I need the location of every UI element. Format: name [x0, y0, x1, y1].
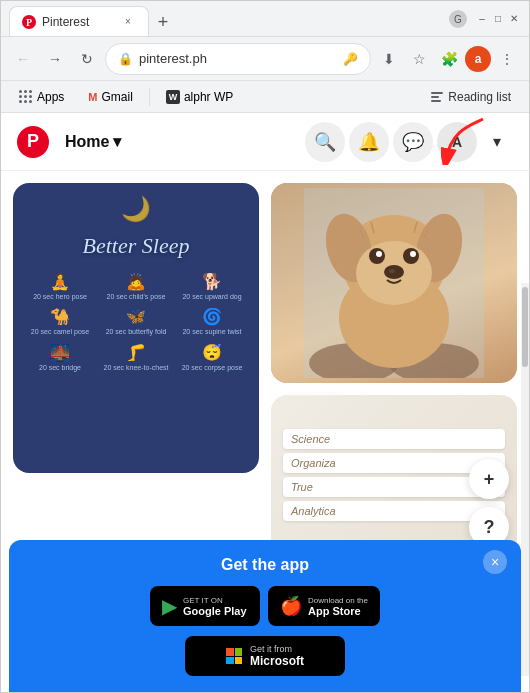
app-store-text: Download on the App Store: [308, 596, 368, 617]
title-bar: P Pinterest × + G – □ ✕: [1, 1, 529, 37]
notifications-button[interactable]: 🔔: [349, 122, 389, 162]
banner-title: Get the app: [29, 556, 501, 574]
alphrf-icon: W: [166, 90, 180, 104]
reading-list-icon: [430, 90, 444, 104]
pose-hero-label: 20 sec hero pose: [33, 293, 87, 301]
window-controls: – □ ✕: [475, 12, 521, 26]
reading-list-button[interactable]: Reading list: [422, 86, 519, 108]
pinterest-header: P Home ▾ 🔍 🔔 💬 A: [1, 113, 529, 171]
apps-bookmark[interactable]: Apps: [11, 86, 72, 108]
google-play-icon: ▶: [162, 594, 177, 618]
account-chevron-icon: ▾: [493, 132, 501, 151]
gmail-label: Gmail: [102, 90, 133, 104]
forward-button[interactable]: →: [41, 45, 69, 73]
bell-icon: 🔔: [358, 131, 380, 153]
chrome-logo-icon: G: [449, 10, 467, 28]
pose-butterfly: 🦋 20 sec butterfly fold: [101, 307, 171, 336]
pin-card-dog[interactable]: [271, 183, 517, 383]
close-button[interactable]: ✕: [507, 12, 521, 26]
sleep-title: Better Sleep: [83, 231, 190, 262]
apps-label: Apps: [37, 90, 64, 104]
address-bar[interactable]: 🔒 pinterest.ph 🔑: [105, 43, 371, 75]
scrollbar-thumb[interactable]: [522, 287, 528, 367]
microsoft-button[interactable]: Get it from Microsoft: [185, 636, 345, 676]
nav-bar: ← → ↻ 🔒 pinterest.ph 🔑 ⬇ ☆ 🧩 a ⋮: [1, 37, 529, 81]
pose-knee-label: 20 sec knee-to-chest: [104, 364, 169, 372]
app-store-sub-label: Download on the: [308, 596, 368, 605]
pose-updog: 🐕 20 sec upward dog: [177, 272, 247, 301]
svg-point-21: [389, 269, 395, 273]
account-chevron-button[interactable]: ▾: [481, 126, 513, 158]
home-label: Home: [65, 133, 109, 151]
minimize-button[interactable]: –: [475, 12, 489, 26]
notebook-line-1: Science: [283, 429, 505, 449]
svg-text:P: P: [26, 17, 32, 28]
apple-icon: 🍎: [280, 595, 302, 617]
user-avatar[interactable]: A: [437, 122, 477, 162]
extensions-button[interactable]: 🧩: [435, 45, 463, 73]
chrome-menu-button[interactable]: ⋮: [493, 45, 521, 73]
refresh-button[interactable]: ↻: [73, 45, 101, 73]
pins-column-left: 🌙 Better Sleep 🧘 20 sec hero pose 🙇 20 s…: [13, 183, 259, 555]
yoga-poses-grid: 🧘 20 sec hero pose 🙇 20 sec child's pose…: [25, 272, 247, 372]
home-button[interactable]: Home ▾: [57, 124, 129, 159]
maximize-button[interactable]: □: [491, 12, 505, 26]
svg-rect-5: [431, 96, 439, 98]
home-chevron-icon: ▾: [113, 132, 121, 151]
profile-button[interactable]: a: [465, 46, 491, 72]
svg-rect-4: [431, 92, 443, 94]
dog-svg: [304, 188, 484, 378]
pinterest-logo[interactable]: P: [17, 126, 49, 158]
apps-grid-icon: [19, 90, 33, 104]
pose-bridge-label: 20 sec bridge: [39, 364, 81, 372]
pin-card-sleep[interactable]: 🌙 Better Sleep 🧘 20 sec hero pose 🙇 20 s…: [13, 183, 259, 473]
microsoft-name-label: Microsoft: [250, 654, 304, 668]
pose-supine: 🌀 20 sec supine twist: [177, 307, 247, 336]
pin-card-notebook[interactable]: Science Organiza True Analytica + ?: [271, 395, 517, 555]
pose-butterfly-label: 20 sec butterfly fold: [106, 328, 167, 336]
search-button[interactable]: 🔍: [305, 122, 345, 162]
pinterest-content-area: 🌙 Better Sleep 🧘 20 sec hero pose 🙇 20 s…: [1, 171, 529, 692]
header-icons: 🔍 🔔 💬 A ▾: [305, 122, 513, 162]
scrollbar[interactable]: [521, 283, 529, 692]
dog-image: [271, 183, 517, 383]
gmail-bookmark[interactable]: M Gmail: [80, 86, 141, 108]
pose-corpse-label: 20 sec corpse pose: [182, 364, 243, 372]
app-banner: × Get the app ▶ GET IT ON Google Play 🍎: [9, 540, 521, 692]
svg-text:G: G: [454, 14, 462, 25]
moon-icon: 🌙: [121, 195, 151, 223]
banner-close-button[interactable]: ×: [483, 550, 507, 574]
back-button[interactable]: ←: [9, 45, 37, 73]
messages-button[interactable]: 💬: [393, 122, 433, 162]
microsoft-logo-icon: [226, 648, 242, 664]
store-buttons-group: ▶ GET IT ON Google Play 🍎 Download on th…: [29, 586, 501, 626]
alphrwp-label: alphr WP: [184, 90, 233, 104]
gmail-icon: M: [88, 91, 97, 103]
active-tab[interactable]: P Pinterest ×: [9, 6, 149, 36]
new-tab-button[interactable]: +: [149, 8, 177, 36]
pin-action-buttons: + ?: [469, 459, 509, 547]
alphrwp-bookmark[interactable]: W alphr WP: [158, 86, 241, 108]
pose-childs: 🙇 20 sec child's pose: [101, 272, 171, 301]
tab-area: P Pinterest × +: [9, 1, 441, 36]
pose-knee: 🦵 20 sec knee-to-chest: [101, 343, 171, 372]
microsoft-button-container: Get it from Microsoft: [29, 636, 501, 676]
reading-list-label: Reading list: [448, 90, 511, 104]
pins-column-right: Science Organiza True Analytica + ?: [271, 183, 517, 555]
tab-close-btn[interactable]: ×: [120, 14, 136, 30]
tab-title: Pinterest: [42, 15, 89, 29]
google-play-text: GET IT ON Google Play: [183, 596, 247, 617]
app-store-button[interactable]: 🍎 Download on the App Store: [268, 586, 380, 626]
download-button[interactable]: ⬇: [375, 45, 403, 73]
app-store-name-label: App Store: [308, 605, 368, 617]
plus-button[interactable]: +: [469, 459, 509, 499]
chat-icon: 💬: [402, 131, 424, 153]
pinterest-favicon: P: [22, 15, 36, 29]
pose-updog-label: 20 sec upward dog: [182, 293, 241, 301]
pose-camel-label: 20 sec camel pose: [31, 328, 89, 336]
google-play-button[interactable]: ▶ GET IT ON Google Play: [150, 586, 260, 626]
svg-point-19: [410, 251, 416, 257]
pose-supine-label: 20 sec supine twist: [182, 328, 241, 336]
svg-rect-6: [431, 100, 441, 102]
bookmark-star-button[interactable]: ☆: [405, 45, 433, 73]
